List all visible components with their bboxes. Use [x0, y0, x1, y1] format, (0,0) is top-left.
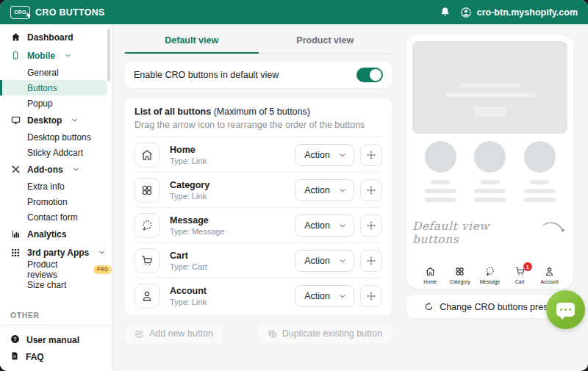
row-text: Cart Type: Cart: [170, 251, 295, 271]
sidebar-item-product-reviews[interactable]: Product reviews PRO: [0, 262, 112, 277]
nav-item-cart[interactable]: 1 Cart: [505, 266, 535, 284]
enable-buttons-toggle[interactable]: [356, 68, 383, 82]
chevron-down-icon: [71, 117, 78, 123]
placeholder-button: [474, 107, 506, 117]
sidebar-item-sticky-addcart[interactable]: Sticky Addcart: [0, 145, 112, 160]
action-dropdown[interactable]: Action: [295, 250, 354, 272]
svg-text:?: ?: [13, 336, 16, 341]
move-handle-icon[interactable]: [360, 285, 382, 307]
move-handle-icon[interactable]: [360, 215, 382, 237]
action-label: Action: [304, 150, 330, 160]
duplicate-button-label: Duplicate existing button: [282, 328, 382, 339]
pro-badge: PRO: [93, 265, 112, 274]
app-window: ·· CRO CRO BUTTONS cro-btn.myshopify.com: [0, 0, 588, 371]
desktop-monitor-icon: [10, 115, 21, 125]
sidebar-item-general[interactable]: General: [0, 65, 112, 80]
action-dropdown[interactable]: Action: [295, 144, 354, 166]
sparkle-icon: ··: [10, 3, 14, 7]
account-icon: [544, 266, 555, 277]
sidebar-item-label: Size chart: [27, 280, 66, 290]
action-dropdown[interactable]: Action: [295, 179, 354, 201]
cursor-icon: [26, 9, 32, 22]
sidebar-item-label: FAQ: [26, 352, 44, 362]
row-text: Account Type: Link: [170, 286, 295, 306]
tools-icon: [10, 165, 21, 174]
sidebar-item-label: Dashboard: [27, 32, 74, 43]
move-handle-icon[interactable]: [360, 144, 382, 166]
divider: [0, 325, 112, 325]
sidebar-item-dashboard[interactable]: Dashboard: [0, 28, 112, 46]
row-text: Home Type: Link: [170, 145, 295, 165]
change-preset-label: Change CRO buttons preset: [440, 302, 556, 312]
store-account-chip[interactable]: cro-btn.myshopify.com: [460, 7, 578, 18]
placeholder-bar: [530, 180, 549, 184]
row-text: Message Type: Message: [170, 215, 295, 236]
sidebar-item-popup[interactable]: Popup: [0, 96, 112, 111]
copy-plus-icon: [268, 329, 277, 339]
chat-widget-button[interactable]: [546, 290, 585, 329]
add-new-button[interactable]: Add new button: [125, 323, 223, 344]
move-handle-icon[interactable]: [360, 250, 382, 272]
nav-item-home[interactable]: Home: [415, 266, 445, 284]
nav-item-account[interactable]: Account: [534, 266, 564, 284]
dashboard-home-icon: [10, 32, 21, 42]
add-new-button-label: Add new button: [149, 328, 213, 339]
home-icon: [425, 266, 436, 277]
enable-buttons-card: Enable CRO buttons in default view: [125, 62, 392, 88]
chevron-down-icon: [339, 222, 346, 229]
button-type: Type: Link: [170, 298, 295, 306]
document-icon: [10, 351, 19, 363]
chevron-down-icon: [73, 166, 79, 173]
sidebar-item-user-manual[interactable]: ? User manual: [0, 331, 112, 348]
bell-icon[interactable]: [440, 7, 451, 18]
sidebar-item-faq[interactable]: FAQ: [0, 348, 112, 365]
list-card-title: List of all buttons (Maximum of 5 button…: [135, 107, 382, 117]
sidebar-item-contact-form[interactable]: Contact form: [0, 209, 112, 225]
sidebar-item-add-ons[interactable]: Add-ons: [0, 160, 112, 179]
action-dropdown[interactable]: Action: [295, 285, 354, 307]
nav-item-category[interactable]: Category: [445, 266, 476, 284]
list-title-suffix: (Maximum of 5 buttons): [211, 107, 310, 117]
view-tabs: Default view Product view: [125, 35, 392, 54]
button-name: Message: [170, 215, 295, 226]
phone-preview: Default view buttons Home Category Messa…: [406, 35, 573, 289]
placeholder-bar: [445, 93, 535, 97]
category-icon: [135, 178, 159, 203]
sidebar-scrollbar[interactable]: [107, 29, 110, 82]
duplicate-existing-button[interactable]: Duplicate existing button: [258, 323, 392, 344]
action-dropdown[interactable]: Action: [295, 215, 354, 237]
nav-item-message[interactable]: Message: [475, 266, 505, 284]
button-name: Cart: [170, 251, 295, 261]
placeholder-bar: [461, 83, 520, 87]
sidebar-item-size-chart[interactable]: Size chart: [0, 277, 112, 292]
sidebar-item-extra-info[interactable]: Extra info: [0, 179, 112, 194]
chevron-down-icon: [339, 151, 346, 159]
chat-bubble-icon: [556, 303, 575, 317]
message-icon: [135, 213, 159, 238]
button-name: Account: [170, 286, 295, 296]
sidebar-item-analytics[interactable]: Analytics: [0, 225, 112, 243]
placeholder-bar: [524, 198, 556, 202]
app-logo: ·· CRO CRO BUTTONS: [10, 6, 105, 19]
sidebar-other-section: OTHER ? User manual FAQ: [0, 311, 112, 371]
sidebar-item-promotion[interactable]: Promotion: [0, 194, 112, 209]
nav-label: Category: [450, 279, 470, 284]
sidebar-item-desktop-buttons[interactable]: Desktop buttons: [0, 129, 112, 145]
preview-hero-placeholder: [412, 41, 567, 134]
nav-label: Message: [480, 279, 501, 284]
tab-default-view[interactable]: Default view: [125, 35, 259, 54]
sidebar-item-desktop[interactable]: Desktop: [0, 111, 112, 129]
sidebar-item-mobile[interactable]: Mobile: [0, 46, 112, 65]
move-handle-icon[interactable]: [360, 179, 382, 201]
sidebar-item-label: Add-ons: [27, 165, 63, 175]
button-row-message: Message Type: Message Action: [135, 207, 382, 242]
sidebar-item-label: Desktop buttons: [27, 132, 91, 143]
sidebar-item-label: Desktop: [27, 115, 62, 126]
chat-dot: [560, 309, 563, 311]
sidebar-item-label: Mobile: [27, 51, 55, 61]
collection-placeholder: [467, 141, 514, 202]
button-name: Category: [170, 180, 295, 190]
tab-product-view[interactable]: Product view: [259, 35, 392, 53]
sidebar-item-buttons[interactable]: Buttons: [0, 80, 107, 96]
account-circle-icon: [460, 7, 472, 18]
